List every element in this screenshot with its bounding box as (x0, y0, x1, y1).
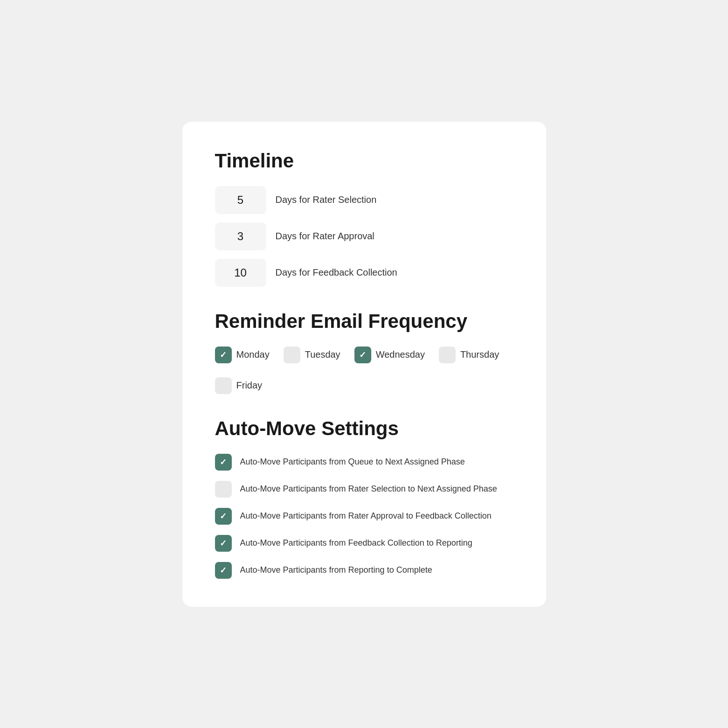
day-label: Tuesday (305, 349, 340, 360)
auto-move-item-3: Auto-Move Participants from Feedback Col… (215, 535, 513, 552)
auto-move-label: Auto-Move Participants from Queue to Nex… (240, 457, 465, 467)
auto-move-checkbox-1[interactable] (215, 481, 232, 498)
checkbox-thursday[interactable] (439, 347, 456, 363)
day-item-tuesday: Tuesday (284, 347, 340, 363)
auto-move-label: Auto-Move Participants from Feedback Col… (240, 538, 472, 548)
auto-move-items: Auto-Move Participants from Queue to Nex… (215, 454, 513, 579)
timeline-rows: 5 Days for Rater Selection 3 Days for Ra… (215, 186, 513, 287)
automove-section: Auto-Move Settings Auto-Move Participant… (215, 417, 513, 579)
day-label: Thursday (460, 349, 499, 360)
auto-move-checkbox-3[interactable] (215, 535, 232, 552)
days-row: Monday Tuesday Wednesday Thursday Friday (215, 347, 513, 394)
day-item-monday: Monday (215, 347, 270, 363)
auto-move-checkbox-0[interactable] (215, 454, 232, 471)
timeline-row: 3 Days for Rater Approval (215, 222, 513, 250)
day-label: Friday (236, 380, 263, 391)
timeline-row: 10 Days for Feedback Collection (215, 259, 513, 287)
checkbox-tuesday[interactable] (284, 347, 300, 363)
day-item-thursday: Thursday (439, 347, 499, 363)
automove-title: Auto-Move Settings (215, 417, 513, 440)
reminder-title: Reminder Email Frequency (215, 310, 513, 333)
timeline-section: Timeline 5 Days for Rater Selection 3 Da… (215, 150, 513, 287)
timeline-row-label: Days for Rater Approval (276, 231, 374, 242)
timeline-title: Timeline (215, 150, 513, 172)
timeline-number[interactable]: 10 (215, 259, 266, 287)
timeline-row-label: Days for Rater Selection (276, 194, 377, 205)
checkbox-friday[interactable] (215, 377, 232, 394)
day-item-wednesday: Wednesday (354, 347, 425, 363)
auto-move-checkbox-4[interactable] (215, 562, 232, 579)
auto-move-checkbox-2[interactable] (215, 508, 232, 525)
auto-move-item-0: Auto-Move Participants from Queue to Nex… (215, 454, 513, 471)
timeline-row-label: Days for Feedback Collection (276, 267, 397, 278)
auto-move-item-4: Auto-Move Participants from Reporting to… (215, 562, 513, 579)
settings-card: Timeline 5 Days for Rater Selection 3 Da… (182, 122, 546, 607)
auto-move-label: Auto-Move Participants from Rater Approv… (240, 511, 492, 521)
day-item-friday: Friday (215, 377, 263, 394)
day-label: Monday (236, 349, 270, 360)
day-label: Wednesday (376, 349, 425, 360)
timeline-row: 5 Days for Rater Selection (215, 186, 513, 214)
timeline-number[interactable]: 5 (215, 186, 266, 214)
auto-move-label: Auto-Move Participants from Reporting to… (240, 565, 432, 575)
checkbox-monday[interactable] (215, 347, 232, 363)
auto-move-item-1: Auto-Move Participants from Rater Select… (215, 481, 513, 498)
reminder-section: Reminder Email Frequency Monday Tuesday … (215, 310, 513, 394)
checkbox-wednesday[interactable] (354, 347, 371, 363)
timeline-number[interactable]: 3 (215, 222, 266, 250)
auto-move-label: Auto-Move Participants from Rater Select… (240, 484, 497, 494)
auto-move-item-2: Auto-Move Participants from Rater Approv… (215, 508, 513, 525)
